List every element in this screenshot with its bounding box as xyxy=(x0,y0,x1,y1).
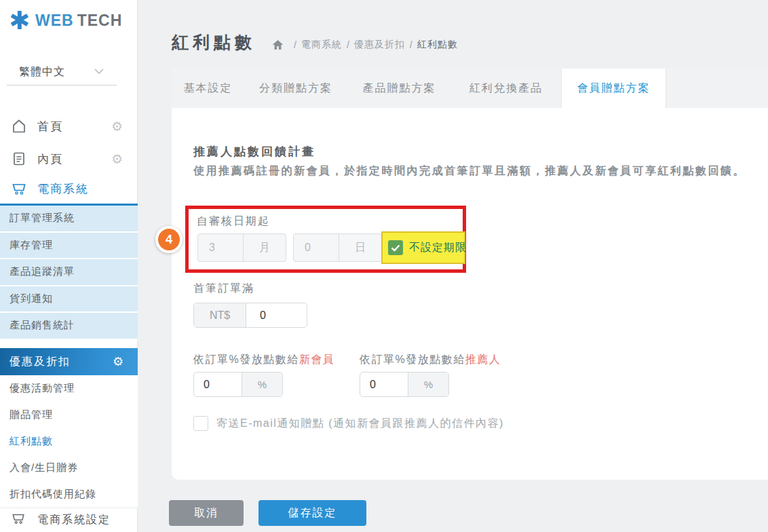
discounts-submenu: 優惠活動管理 贈品管理 紅利點數 入會/生日贈券 折扣代碼使用紀錄 xyxy=(0,375,138,508)
main-area: 紅利點數 / 電商系統 / 優惠及折扣 / 紅利點數 基本設定 分類贈點方案 產… xyxy=(138,0,768,532)
month-unit-label: 月 xyxy=(243,234,286,261)
chevron-down-icon xyxy=(94,68,104,75)
breadcrumb-separator: / xyxy=(294,39,296,50)
language-value: 繁體中文 xyxy=(19,65,65,79)
tab-category-points[interactable]: 分類贈點方案 xyxy=(244,69,347,109)
percent-new-member-group: 0 % xyxy=(193,372,283,397)
breadcrumb-separator: / xyxy=(347,39,349,50)
sidebar-item-gift-management[interactable]: 贈品管理 xyxy=(0,402,138,428)
sidebar-item-label: 內頁 xyxy=(37,151,63,167)
content-panel: 推薦人點數回饋計畫 使用推薦碼註冊的新會員，於指定時間內完成首筆訂單且滿額，推薦… xyxy=(172,109,768,480)
home-icon xyxy=(11,118,27,134)
sidebar-item-inner-page[interactable]: 內頁 ⚙ xyxy=(0,142,138,175)
review-date-label: 自審核日期起 xyxy=(197,214,270,229)
first-order-amount-input[interactable]: 0 xyxy=(246,303,307,327)
sidebar-item-label: 優惠及折扣 xyxy=(9,355,71,369)
no-limit-label: 不設定期限 xyxy=(409,241,467,255)
annotation-red-box: 自審核日期起 3 月 0 日 不設定期限 xyxy=(185,206,466,273)
percent-referrer-input[interactable]: 0 xyxy=(360,373,408,396)
first-order-label: 首筆訂單滿 xyxy=(193,282,254,296)
breadcrumb: / 電商系統 / 優惠及折扣 / 紅利點數 xyxy=(272,39,458,51)
cancel-button[interactable]: 取消 xyxy=(169,500,244,526)
tab-product-points[interactable]: 產品贈點方案 xyxy=(347,69,451,109)
sidebar-item-restock-notice[interactable]: 貨到通知 xyxy=(0,286,138,314)
sidebar-item-promo-management[interactable]: 優惠活動管理 xyxy=(0,375,138,402)
percent-unit-label: % xyxy=(408,373,448,396)
sidebar-item-inventory[interactable]: 庫存管理 xyxy=(0,233,138,260)
email-notify-checkbox[interactable] xyxy=(193,416,208,431)
sidebar-item-order-management[interactable]: 訂單管理系統 xyxy=(0,206,138,233)
shopping-cart-icon xyxy=(11,180,27,197)
sidebar-item-ecommerce-settings[interactable]: 電商系統設定 xyxy=(0,508,138,532)
month-input[interactable]: 3 xyxy=(198,234,243,261)
breadcrumb-item-discounts[interactable]: 優惠及折扣 xyxy=(354,39,405,51)
day-input-group: 0 日 xyxy=(293,233,382,262)
breadcrumb-item-bonus-points: 紅利點數 xyxy=(417,39,458,51)
first-order-amount-group: NT$ 0 xyxy=(193,303,307,328)
label-highlight-referrer: 推薦人 xyxy=(465,354,501,365)
currency-prefix: NT$ xyxy=(194,303,246,327)
logo-asterisk-icon: ✱ xyxy=(9,8,30,33)
gear-icon[interactable]: ⚙ xyxy=(113,354,123,369)
section-heading: 推薦人點數回饋計畫 xyxy=(193,144,315,159)
email-notify-label: 寄送E-mail通知贈點 (通知新會員跟推薦人的信件內容) xyxy=(216,417,504,431)
tab-member-points[interactable]: 會員贈點方案 xyxy=(561,69,666,109)
email-notify-row: 寄送E-mail通知贈點 (通知新會員跟推薦人的信件內容) xyxy=(193,416,504,431)
sidebar-item-label: 電商系統設定 xyxy=(37,513,111,527)
percent-new-member-label: 依訂單%發放點數給新會員 xyxy=(193,353,334,367)
sidebar-item-label: 電商系統 xyxy=(37,181,89,197)
percent-referrer-label: 依訂單%發放點數給推薦人 xyxy=(360,353,501,367)
breadcrumb-item-ecommerce[interactable]: 電商系統 xyxy=(301,39,342,51)
tab-basic-settings[interactable]: 基本設定 xyxy=(172,69,244,109)
day-input[interactable]: 0 xyxy=(294,234,339,261)
sidebar-item-discount-code-history[interactable]: 折扣代碼使用紀錄 xyxy=(0,481,138,508)
annotation-badge-4: 4 xyxy=(155,226,183,253)
gear-icon[interactable]: ⚙ xyxy=(111,119,123,134)
sidebar-item-signup-birthday-coupon[interactable]: 入會/生日贈券 xyxy=(0,455,138,481)
no-limit-highlight: 不設定期限 xyxy=(381,231,465,264)
language-selector[interactable]: 繁體中文 xyxy=(7,60,117,86)
ecommerce-submenu: 訂單管理系統 庫存管理 產品追蹤清單 貨到通知 產品銷售統計 xyxy=(0,206,138,340)
sidebar-item-ecommerce[interactable]: 電商系統 xyxy=(0,174,138,206)
tab-bar: 基本設定 分類贈點方案 產品贈點方案 紅利兌換產品 會員贈點方案 xyxy=(172,69,768,109)
sidebar-item-product-tracking[interactable]: 產品追蹤清單 xyxy=(0,259,138,286)
section-description: 使用推薦碼註冊的新會員，於指定時間內完成首筆訂單且滿額，推薦人及新會員可享紅利點… xyxy=(193,164,746,178)
home-icon[interactable] xyxy=(272,39,284,50)
month-input-group: 3 月 xyxy=(197,233,286,262)
gear-icon[interactable]: ⚙ xyxy=(111,151,123,167)
day-unit-label: 日 xyxy=(339,234,381,261)
logo-text-web: WEB xyxy=(35,12,74,30)
sidebar-item-discounts[interactable]: 優惠及折扣 ⚙ xyxy=(0,348,138,375)
sidebar-item-label: 首頁 xyxy=(37,119,63,134)
logo: ✱ WEB TECH xyxy=(9,8,122,33)
label-highlight-new-member: 新會員 xyxy=(299,354,335,365)
sidebar: ✱ WEB TECH 繁體中文 首頁 ⚙ 內頁 ⚙ 電商系統 訂單管理系統 庫存… xyxy=(0,0,138,532)
tab-redeem-products[interactable]: 紅利兌換產品 xyxy=(451,69,561,109)
sidebar-item-home[interactable]: 首頁 ⚙ xyxy=(0,110,138,142)
label-prefix: 依訂單%發放點數給 xyxy=(360,354,465,365)
label-prefix: 依訂單%發放點數給 xyxy=(193,354,299,365)
percent-new-member-input[interactable]: 0 xyxy=(194,373,242,396)
sidebar-item-bonus-points[interactable]: 紅利點數 xyxy=(0,428,138,455)
sidebar-item-sales-stats[interactable]: 產品銷售統計 xyxy=(0,313,138,340)
breadcrumb-separator: / xyxy=(410,39,412,50)
no-limit-checkbox[interactable] xyxy=(388,240,403,255)
save-settings-button[interactable]: 儲存設定 xyxy=(258,500,366,526)
page-title: 紅利點數 xyxy=(172,31,256,54)
percent-referrer-group: 0 % xyxy=(360,372,449,397)
shopping-cart-icon xyxy=(11,511,27,527)
logo-text-tech: TECH xyxy=(77,12,123,30)
document-icon xyxy=(11,151,27,167)
percent-unit-label: % xyxy=(242,373,282,396)
